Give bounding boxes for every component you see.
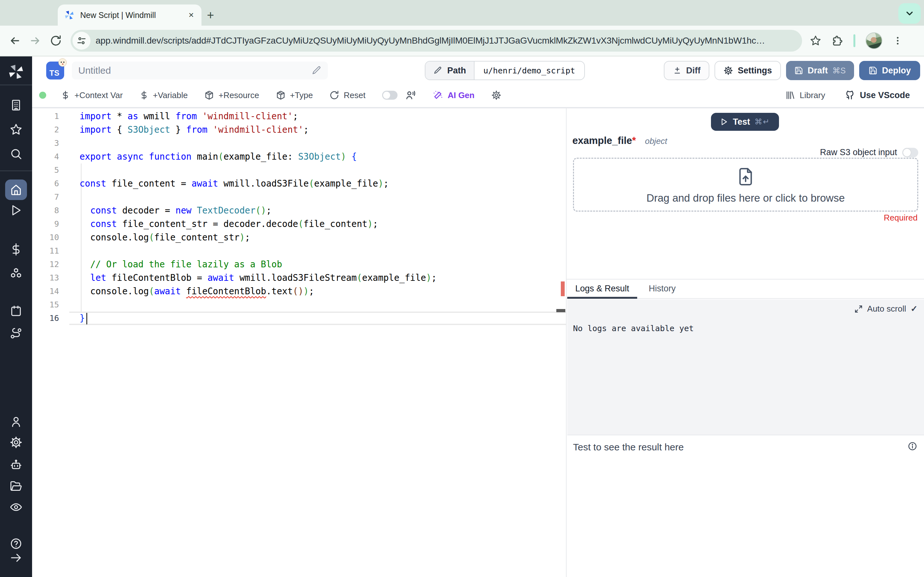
play-icon <box>10 204 23 217</box>
gear-icon <box>724 66 733 75</box>
bookmark-star-icon[interactable] <box>810 35 821 47</box>
sidebar-item-search[interactable] <box>0 147 32 160</box>
checkmark-icon: ✓ <box>911 304 918 314</box>
library-button[interactable]: Library <box>785 90 825 100</box>
sidebar-item-robot[interactable] <box>0 458 32 471</box>
code-line[interactable]: const file_content_str = decoder.decode(… <box>79 218 437 231</box>
auto-scroll-label: Auto scroll <box>867 304 906 314</box>
sidebar-item-boxes[interactable] <box>0 267 32 279</box>
expand-icon[interactable] <box>855 305 863 313</box>
diff-button[interactable]: Diff <box>664 61 710 80</box>
line-number: 15 <box>32 298 72 311</box>
sidebar-item-route[interactable] <box>0 327 32 340</box>
tab-logs-result[interactable]: Logs & Result <box>567 279 637 299</box>
add-context-var-button[interactable]: +Context Var <box>61 90 123 100</box>
code-line[interactable] <box>79 298 437 311</box>
code-line[interactable]: const file_content = await wmill.loadS3F… <box>79 177 437 190</box>
use-vscode-button[interactable]: Use VScode <box>845 90 910 101</box>
windmill-logo[interactable] <box>0 63 32 80</box>
sidebar-item-home[interactable] <box>0 183 32 196</box>
octocat-icon <box>845 90 855 101</box>
sidebar-item-person[interactable] <box>0 416 32 428</box>
sidebar-item-star[interactable] <box>0 123 32 136</box>
address-bar[interactable]: app.windmill.dev/scripts/add#JTdCJTIyaGF… <box>71 30 802 52</box>
info-icon[interactable] <box>907 441 918 451</box>
code-line[interactable] <box>79 244 437 258</box>
path-value[interactable]: u/henri/demo_script <box>475 61 584 79</box>
new-tab-button[interactable]: + <box>202 7 219 24</box>
code-line[interactable] <box>79 137 437 150</box>
code-line[interactable] <box>79 163 437 177</box>
help-icon <box>10 537 23 550</box>
add-type-button[interactable]: +Type <box>276 90 313 100</box>
browser-tray-button[interactable] <box>898 3 921 24</box>
ai-gen-button[interactable]: AI Gen <box>433 90 475 100</box>
tab-close-icon[interactable]: × <box>189 10 194 20</box>
browser-tab[interactable]: New Script | Windmill × <box>58 5 202 26</box>
no-logs-text: No logs are available yet <box>573 324 694 333</box>
code-line[interactable]: console.log(file_content_str); <box>79 231 437 244</box>
arrow-right-icon <box>10 551 23 564</box>
required-asterisk: * <box>632 135 636 146</box>
sidebar-item-building[interactable] <box>0 99 32 111</box>
path-group[interactable]: Path u/henri/demo_script <box>425 61 585 80</box>
line-number: 6 <box>32 177 72 190</box>
line-number: 16 <box>32 311 72 325</box>
sidebar-item-eye[interactable] <box>0 501 32 514</box>
code-line[interactable]: console.log(await fileContentBlob.text()… <box>79 285 437 298</box>
auto-scroll-control[interactable]: Auto scroll ✓ <box>855 304 918 314</box>
add-variable-button[interactable]: +Variable <box>140 90 188 100</box>
raw-s3-toggle-row: Raw S3 object input <box>820 147 918 157</box>
script-title-field[interactable]: Untitled <box>72 61 328 79</box>
collab-toggle[interactable] <box>382 91 397 100</box>
line-number: 5 <box>32 163 72 177</box>
code-line[interactable]: export async function main(example_file:… <box>79 150 437 163</box>
settings-button[interactable]: Settings <box>714 61 781 80</box>
result-placeholder: Test to see the result here <box>573 442 684 453</box>
code-line[interactable]: // Or load the file lazily as a Blob <box>79 258 437 271</box>
package-icon <box>276 90 286 100</box>
sidebar-item-dollar[interactable] <box>0 243 32 256</box>
code-line[interactable]: let fileContentBlob = await wmill.loadS3… <box>79 271 437 285</box>
users-icon[interactable] <box>405 90 416 101</box>
home-icon <box>10 183 23 196</box>
code-line[interactable]: const decoder = new TextDecoder(); <box>79 204 437 218</box>
extensions-icon[interactable] <box>832 35 843 47</box>
file-upload-icon <box>736 167 755 186</box>
code-line[interactable] <box>79 190 437 204</box>
windmill-favicon <box>64 10 74 20</box>
path-button[interactable]: Path <box>425 61 475 79</box>
file-dropzone[interactable]: Drag and drop files here or click to bro… <box>573 158 918 211</box>
forward-icon[interactable] <box>29 35 41 47</box>
code-line[interactable]: } <box>79 311 437 325</box>
reload-icon[interactable] <box>50 35 61 47</box>
raw-s3-toggle[interactable] <box>902 148 918 157</box>
raw-s3-label: Raw S3 object input <box>820 147 897 157</box>
edit-pencil-icon[interactable] <box>311 65 321 76</box>
sidebar-item-play[interactable] <box>0 204 32 217</box>
gear-icon[interactable] <box>491 90 501 100</box>
draft-button[interactable]: Draft⌘S <box>786 61 854 80</box>
reset-button[interactable]: Reset <box>330 90 365 100</box>
sidebar-item-help[interactable] <box>0 537 32 550</box>
code-line[interactable]: import { S3Object } from 'windmill-clien… <box>79 123 437 137</box>
script-title: Untitled <box>78 65 311 76</box>
editor-code[interactable]: import * as wmill from 'windmill-client'… <box>79 110 437 325</box>
tab-history[interactable]: History <box>644 279 681 299</box>
add-resource-button[interactable]: +Resource <box>204 90 259 100</box>
deploy-button[interactable]: Deploy <box>859 61 920 80</box>
browser-menu-icon[interactable] <box>893 35 903 46</box>
sidebar-item-folder-open[interactable] <box>0 480 32 492</box>
test-button[interactable]: Test⌘↵ <box>711 113 779 131</box>
code-line[interactable]: import * as wmill from 'windmill-client'… <box>79 110 437 123</box>
code-editor[interactable]: 12345678910111213141516 import * as wmil… <box>32 108 567 577</box>
sidebar-item-calendar[interactable] <box>0 305 32 318</box>
browser-tab-strip: New Script | Windmill × + <box>0 0 924 26</box>
sidebar-item-arrow-right[interactable] <box>0 551 32 564</box>
back-icon[interactable] <box>9 35 21 47</box>
toolbar-separator <box>853 34 855 47</box>
sidebar-item-gear[interactable] <box>0 436 32 449</box>
profile-avatar[interactable] <box>866 32 882 49</box>
person-icon <box>10 416 23 428</box>
site-info-button[interactable] <box>73 32 90 50</box>
